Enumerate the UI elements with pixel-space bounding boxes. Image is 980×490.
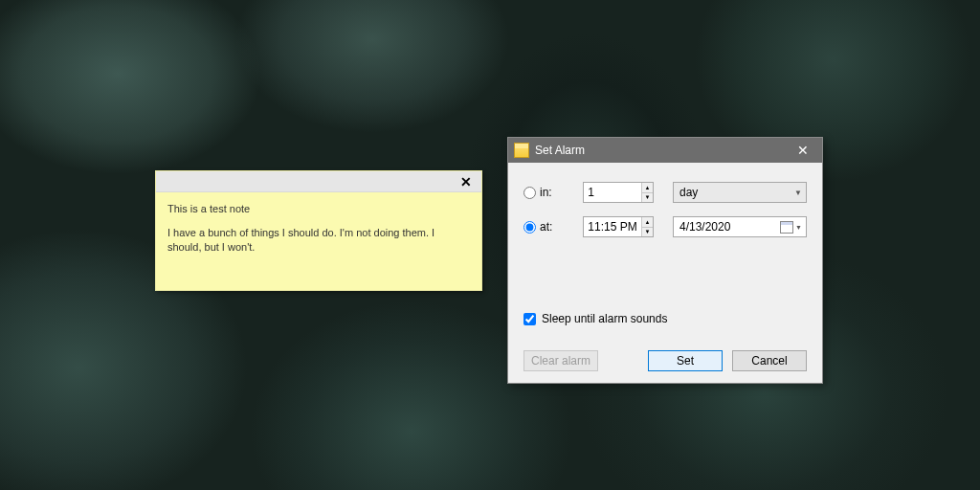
spinner-buttons[interactable]: ▲ ▼ bbox=[641, 183, 653, 202]
radio-in-label: in: bbox=[540, 186, 552, 199]
duration-spinner[interactable]: ▲ ▼ bbox=[583, 182, 654, 203]
sleep-checkbox-label: Sleep until alarm sounds bbox=[542, 312, 667, 325]
titlebar[interactable]: Set Alarm ✕ bbox=[508, 138, 822, 163]
duration-input[interactable] bbox=[584, 183, 640, 202]
unit-combobox[interactable]: day ▼ bbox=[673, 182, 807, 203]
close-button[interactable]: ✕ bbox=[784, 138, 822, 163]
sleep-checkbox[interactable]: Sleep until alarm sounds bbox=[523, 293, 807, 325]
button-row: Clear alarm Set Cancel bbox=[523, 325, 807, 371]
set-alarm-dialog: Set Alarm ✕ in: ▲ ▼ day ▼ bbox=[507, 137, 823, 384]
note-line-1: This is a test note bbox=[167, 202, 470, 216]
row-in: in: ▲ ▼ day ▼ bbox=[523, 182, 807, 203]
chevron-down-icon: ▼ bbox=[794, 189, 802, 197]
radio-at-input[interactable] bbox=[523, 221, 536, 234]
time-input[interactable] bbox=[584, 217, 640, 236]
set-button[interactable]: Set bbox=[648, 350, 723, 371]
cancel-button[interactable]: Cancel bbox=[732, 350, 807, 371]
radio-at-label: at: bbox=[540, 220, 552, 234]
time-spinner[interactable]: ▲ ▼ bbox=[583, 216, 654, 237]
sticky-note-header[interactable]: ✕ bbox=[156, 171, 481, 192]
chevron-down-icon[interactable]: ▼ bbox=[642, 228, 653, 237]
date-value: 4/13/2020 bbox=[679, 220, 780, 234]
sticky-note-body[interactable]: This is a test note I have a bunch of th… bbox=[156, 192, 481, 274]
radio-at[interactable]: at: bbox=[523, 220, 583, 234]
chevron-up-icon[interactable]: ▲ bbox=[642, 183, 653, 193]
note-line-2: I have a bunch of things I should do. I'… bbox=[167, 226, 470, 255]
sticky-note: ✕ This is a test note I have a bunch of … bbox=[155, 170, 482, 291]
unit-value: day bbox=[679, 186, 698, 199]
app-icon bbox=[514, 143, 529, 158]
sleep-checkbox-input[interactable] bbox=[523, 313, 536, 325]
chevron-up-icon[interactable]: ▲ bbox=[642, 217, 653, 228]
close-icon[interactable]: ✕ bbox=[457, 175, 476, 189]
date-picker[interactable]: 4/13/2020 ▼ bbox=[673, 216, 807, 237]
dialog-body: in: ▲ ▼ day ▼ at: bbox=[508, 163, 822, 383]
spinner-buttons[interactable]: ▲ ▼ bbox=[641, 217, 653, 236]
chevron-down-icon[interactable]: ▼ bbox=[642, 193, 653, 203]
clear-alarm-button: Clear alarm bbox=[523, 350, 598, 371]
radio-in[interactable]: in: bbox=[523, 186, 583, 199]
radio-in-input[interactable] bbox=[523, 187, 536, 199]
chevron-down-icon[interactable]: ▼ bbox=[795, 224, 802, 231]
dialog-title: Set Alarm bbox=[535, 144, 784, 157]
calendar-icon[interactable] bbox=[780, 221, 793, 234]
row-at: at: ▲ ▼ 4/13/2020 ▼ bbox=[523, 216, 807, 237]
